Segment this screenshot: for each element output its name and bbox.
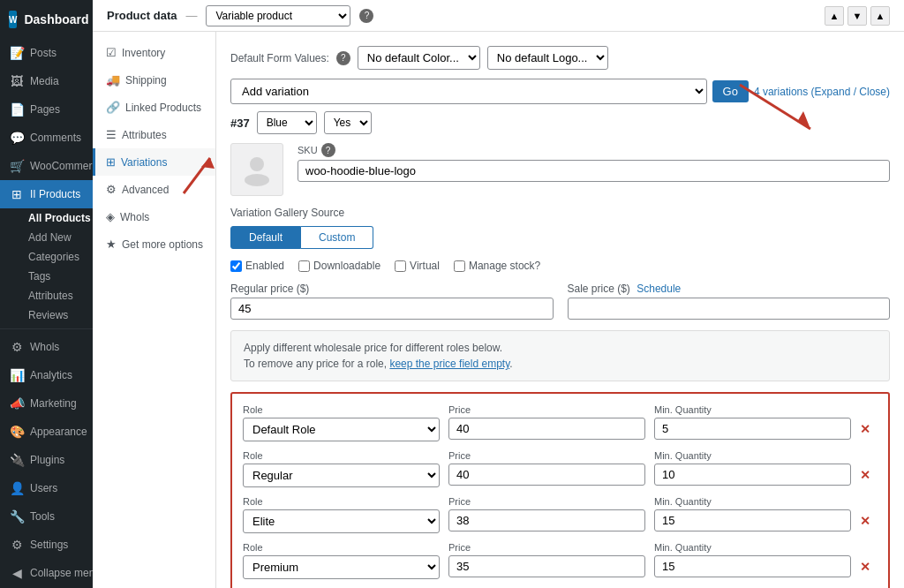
sku-help-icon[interactable]: ? [321, 143, 335, 157]
sidebar-item-collapse[interactable]: ◀ Collapse menu [0, 559, 93, 587]
product-type-select[interactable]: Variable product Simple product Grouped … [206, 5, 350, 26]
tab-linked-products[interactable]: 🔗 Linked Products [93, 94, 215, 121]
wholesale-col-del-2: ✕ [860, 450, 878, 482]
default-color-select[interactable]: No default Color... [358, 46, 480, 70]
sidebar-item-analytics[interactable]: 📊 Analytics [0, 361, 93, 389]
sidebar-item-users[interactable]: 👤 Users [0, 474, 93, 502]
wholesale-info-box: Apply different wholesale price for diff… [230, 330, 890, 381]
wholesale-col-del-1: ✕ [860, 404, 878, 436]
tab-label: Inventory [122, 47, 165, 59]
sidebar-sub-item-categories[interactable]: Categories [19, 247, 93, 267]
tab-shipping[interactable]: 🚚 Shipping [93, 66, 215, 94]
minqty-input-4[interactable] [654, 555, 851, 577]
downloadable-checkbox[interactable] [298, 260, 310, 272]
sidebar-item-label: WooCommerce [30, 160, 93, 172]
default-logo-select[interactable]: No default Logo... [487, 46, 608, 70]
posts-icon: 📝 [9, 45, 25, 61]
wholesale-col-role-3: Role EliteDefault RoleRegularPremiumAny … [243, 496, 440, 533]
arrow-down-button[interactable]: ▼ [848, 6, 867, 26]
add-variation-select[interactable]: Add variation [230, 79, 707, 104]
manage-stock-checkbox-label[interactable]: Manage stock? [454, 260, 540, 272]
role-select-4[interactable]: PremiumDefault RoleRegularEliteAny Role [243, 555, 440, 579]
role-label-1: Role [243, 404, 440, 415]
dash-separator: — [185, 9, 197, 22]
sidebar-item-comments[interactable]: 💬 Comments [0, 124, 93, 152]
wholesale-row: Role EliteDefault RoleRegularPremiumAny … [243, 496, 878, 533]
regular-price-input[interactable] [230, 298, 554, 320]
wholesale-col-role-4: Role PremiumDefault RoleRegularEliteAny … [243, 542, 440, 579]
topbar-arrows: ▲ ▼ ▲ [825, 6, 890, 26]
variations-tab-icon: ⊞ [106, 155, 116, 169]
default-form-values-row: Default Form Values: ? No default Color.… [230, 46, 890, 70]
enabled-checkbox[interactable] [230, 260, 242, 272]
sidebar-item-label: Whols [30, 341, 59, 353]
delete-row-3-button[interactable]: ✕ [860, 514, 870, 528]
sidebar-item-tools[interactable]: 🔧 Tools [0, 502, 93, 531]
sidebar-sub-item-attributes[interactable]: Attributes [19, 286, 93, 305]
sidebar-brand[interactable]: W Dashboard [0, 0, 93, 39]
sidebar-item-media[interactable]: 🖼 Media [0, 67, 93, 95]
virtual-checkbox-label[interactable]: Virtual [395, 260, 440, 272]
sidebar-item-appearance[interactable]: 🎨 Appearance [0, 418, 93, 446]
price-input-3[interactable] [448, 509, 645, 531]
minqty-input-1[interactable] [654, 418, 851, 440]
categories-label: Categories [28, 251, 79, 263]
price-input-1[interactable] [448, 418, 645, 440]
sale-price-input[interactable] [568, 298, 891, 320]
sidebar-item-pages[interactable]: 📄 Pages [0, 95, 93, 124]
minqty-input-3[interactable] [654, 509, 851, 531]
keep-price-empty-link[interactable]: keep the price field empty [389, 358, 509, 370]
help-icon[interactable]: ? [359, 9, 373, 23]
delete-row-4-button[interactable]: ✕ [860, 560, 870, 574]
default-form-help-icon[interactable]: ? [336, 51, 350, 65]
variation-color-select[interactable]: Blue Red Green [257, 111, 317, 134]
sidebar-sub-item-tags[interactable]: Tags [19, 267, 93, 286]
role-select-2[interactable]: RegularDefault RoleElitePremiumAny Role [243, 464, 440, 487]
enabled-checkbox-label[interactable]: Enabled [230, 260, 284, 272]
sidebar-item-whols[interactable]: ⚙ Whols [0, 333, 93, 361]
sidebar-item-label: Users [30, 482, 57, 494]
wholesale-col-price-1: Price [448, 404, 645, 440]
price-input-4[interactable] [448, 555, 645, 577]
sidebar-item-posts[interactable]: 📝 Posts [0, 39, 93, 67]
attributes-tab-icon: ☰ [106, 128, 117, 141]
schedule-link[interactable]: Schedule [637, 283, 681, 295]
analytics-icon: 📊 [9, 367, 25, 383]
role-label-4: Role [243, 542, 440, 553]
sidebar-item-marketing[interactable]: 📣 Marketing [0, 389, 93, 418]
arrow-up-button[interactable]: ▲ [825, 6, 844, 26]
sku-input[interactable] [298, 160, 890, 182]
sale-price-field: Sale price ($) Schedule [568, 283, 891, 320]
toggle-custom-button[interactable]: Custom [301, 226, 373, 249]
tab-get-more-options[interactable]: ★ Get more options [93, 230, 215, 258]
manage-stock-checkbox[interactable] [454, 260, 465, 272]
sidebar-item-plugins[interactable]: 🔌 Plugins [0, 446, 93, 474]
delete-row-1-button[interactable]: ✕ [860, 422, 870, 436]
tab-whols[interactable]: ◈ Whols [93, 203, 215, 230]
downloadable-checkbox-label[interactable]: Downloadable [298, 260, 380, 272]
sidebar-item-woocommerce[interactable]: 🛒 WooCommerce [0, 152, 93, 180]
tab-label: Whols [120, 211, 149, 223]
tab-advanced[interactable]: ⚙ Advanced [93, 176, 215, 203]
role-select-1[interactable]: Default RoleRegularElitePremiumAny Role [243, 418, 440, 441]
sidebar-sub-item-reviews[interactable]: Reviews [19, 305, 93, 325]
variation-enabled-select[interactable]: Yes No [324, 111, 372, 134]
role-select-3[interactable]: EliteDefault RoleRegularPremiumAny Role [243, 509, 440, 533]
sidebar-brand-label: Dashboard [24, 12, 88, 26]
toggle-default-button[interactable]: Default [230, 226, 301, 249]
sidebar-sub-item-add-new[interactable]: Add New [19, 228, 93, 247]
arrow-expand-button[interactable]: ▲ [870, 6, 890, 26]
wholesale-col-price-2: Price [448, 450, 645, 486]
price-input-2[interactable] [448, 464, 645, 486]
tab-attributes[interactable]: ☰ Attributes [93, 121, 215, 148]
tab-inventory[interactable]: ☑ Inventory [93, 39, 215, 66]
sidebar-item-products[interactable]: ⊞ II Products [0, 180, 93, 208]
virtual-checkbox[interactable] [395, 260, 406, 272]
minqty-input-2[interactable] [654, 464, 851, 486]
price-label-2: Price [448, 450, 645, 461]
sidebar-sub-item-all-products[interactable]: All Products [19, 208, 93, 228]
virtual-label: Virtual [410, 260, 440, 272]
variation-image[interactable] [230, 143, 283, 196]
delete-row-2-button[interactable]: ✕ [860, 468, 870, 482]
sidebar-item-settings[interactable]: ⚙ Settings [0, 531, 93, 559]
